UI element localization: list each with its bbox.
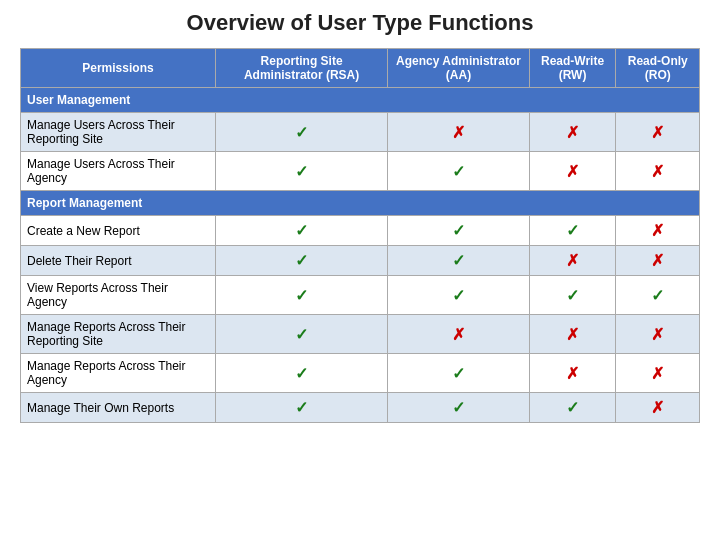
- check-icon: ✓: [452, 287, 465, 304]
- check-icon: ✓: [295, 326, 308, 343]
- section-label: Report Management: [21, 191, 700, 216]
- table-row: Manage Their Own Reports ✓ ✓ ✓ ✗: [21, 393, 700, 423]
- check-icon: ✓: [295, 399, 308, 416]
- permission-label: View Reports Across Their Agency: [21, 276, 216, 315]
- col-header-rsa: Reporting Site Administrator (RSA): [215, 49, 387, 88]
- check-icon: ✓: [452, 399, 465, 416]
- check-icon: ✓: [295, 222, 308, 239]
- table-row: Delete Their Report ✓ ✓ ✗ ✗: [21, 246, 700, 276]
- check-icon: ✓: [566, 287, 579, 304]
- check-icon: ✓: [452, 252, 465, 269]
- rsa-cell: ✓: [215, 113, 387, 152]
- rsa-cell: ✓: [215, 276, 387, 315]
- cross-icon: ✗: [566, 163, 579, 180]
- table-row: Manage Reports Across Their Agency ✓ ✓ ✗…: [21, 354, 700, 393]
- cross-icon: ✗: [651, 124, 664, 141]
- aa-cell: ✓: [388, 354, 529, 393]
- check-icon: ✓: [295, 124, 308, 141]
- cross-icon: ✗: [651, 365, 664, 382]
- table-row: Manage Users Across Their Reporting Site…: [21, 113, 700, 152]
- aa-cell: ✓: [388, 216, 529, 246]
- rsa-cell: ✓: [215, 393, 387, 423]
- check-icon: ✓: [295, 365, 308, 382]
- check-icon: ✓: [452, 222, 465, 239]
- cross-icon: ✗: [452, 326, 465, 343]
- rw-cell: ✓: [529, 216, 616, 246]
- rw-cell: ✗: [529, 354, 616, 393]
- check-icon: ✓: [295, 163, 308, 180]
- rw-cell: ✗: [529, 246, 616, 276]
- permission-label: Manage Their Own Reports: [21, 393, 216, 423]
- permission-label: Delete Their Report: [21, 246, 216, 276]
- rw-cell: ✗: [529, 315, 616, 354]
- cross-icon: ✗: [651, 399, 664, 416]
- ro-cell: ✗: [616, 113, 700, 152]
- check-icon: ✓: [452, 163, 465, 180]
- ro-cell: ✗: [616, 246, 700, 276]
- table-row: View Reports Across Their Agency ✓ ✓ ✓ ✓: [21, 276, 700, 315]
- ro-cell: ✗: [616, 152, 700, 191]
- aa-cell: ✓: [388, 393, 529, 423]
- check-icon: ✓: [295, 287, 308, 304]
- cross-icon: ✗: [651, 326, 664, 343]
- table-row: Create a New Report ✓ ✓ ✓ ✗: [21, 216, 700, 246]
- table-row: Manage Users Across Their Agency ✓ ✓ ✗ ✗: [21, 152, 700, 191]
- check-icon: ✓: [566, 399, 579, 416]
- cross-icon: ✗: [566, 252, 579, 269]
- cross-icon: ✗: [452, 124, 465, 141]
- rw-cell: ✗: [529, 152, 616, 191]
- section-header-0: User Management: [21, 88, 700, 113]
- rsa-cell: ✓: [215, 152, 387, 191]
- section-label: User Management: [21, 88, 700, 113]
- cross-icon: ✗: [566, 124, 579, 141]
- check-icon: ✓: [295, 252, 308, 269]
- rw-cell: ✗: [529, 113, 616, 152]
- permission-label: Create a New Report: [21, 216, 216, 246]
- col-header-ro: Read-Only (RO): [616, 49, 700, 88]
- aa-cell: ✗: [388, 315, 529, 354]
- col-header-rw: Read-Write (RW): [529, 49, 616, 88]
- permissions-table: Permissions Reporting Site Administrator…: [20, 48, 700, 423]
- ro-cell: ✗: [616, 393, 700, 423]
- permission-label: Manage Users Across Their Reporting Site: [21, 113, 216, 152]
- rsa-cell: ✓: [215, 216, 387, 246]
- ro-cell: ✗: [616, 216, 700, 246]
- permission-label: Manage Reports Across Their Agency: [21, 354, 216, 393]
- cross-icon: ✗: [566, 326, 579, 343]
- ro-cell: ✗: [616, 354, 700, 393]
- aa-cell: ✓: [388, 276, 529, 315]
- page-title: Overview of User Type Functions: [20, 10, 700, 36]
- ro-cell: ✓: [616, 276, 700, 315]
- cross-icon: ✗: [651, 252, 664, 269]
- permission-label: Manage Reports Across Their Reporting Si…: [21, 315, 216, 354]
- section-header-1: Report Management: [21, 191, 700, 216]
- rsa-cell: ✓: [215, 246, 387, 276]
- col-header-permissions: Permissions: [21, 49, 216, 88]
- check-icon: ✓: [566, 222, 579, 239]
- rw-cell: ✓: [529, 276, 616, 315]
- rsa-cell: ✓: [215, 354, 387, 393]
- ro-cell: ✗: [616, 315, 700, 354]
- check-icon: ✓: [651, 287, 664, 304]
- permission-label: Manage Users Across Their Agency: [21, 152, 216, 191]
- cross-icon: ✗: [651, 222, 664, 239]
- aa-cell: ✗: [388, 113, 529, 152]
- rw-cell: ✓: [529, 393, 616, 423]
- col-header-aa: Agency Administrator (AA): [388, 49, 529, 88]
- table-row: Manage Reports Across Their Reporting Si…: [21, 315, 700, 354]
- rsa-cell: ✓: [215, 315, 387, 354]
- aa-cell: ✓: [388, 246, 529, 276]
- cross-icon: ✗: [651, 163, 664, 180]
- aa-cell: ✓: [388, 152, 529, 191]
- cross-icon: ✗: [566, 365, 579, 382]
- check-icon: ✓: [452, 365, 465, 382]
